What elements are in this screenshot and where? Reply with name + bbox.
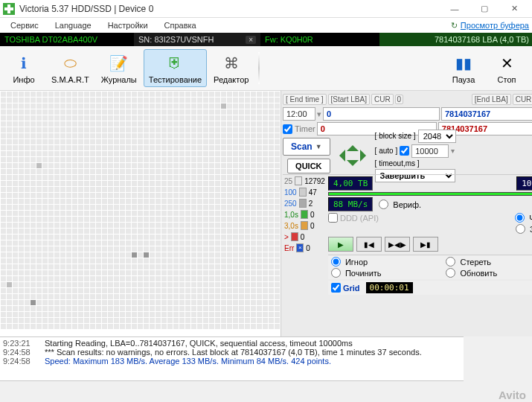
chevron-down-icon: ▼ bbox=[315, 143, 322, 150]
scan-panel: [ End time ] [Start LBA] CUR 0 [End LBA]… bbox=[281, 91, 532, 336]
speed-display: 88 MB/s bbox=[328, 197, 373, 211]
device-info-strip: TOSHIBA DT02ABA400V SN: 83I2S7UVSNFH× Fw… bbox=[0, 33, 532, 46]
quick-button[interactable]: QUICK bbox=[287, 159, 330, 173]
end-lba-header: [End LBA] bbox=[472, 94, 511, 105]
read-radio[interactable]: Чтение bbox=[515, 213, 532, 223]
titlebar: Victoria 5.37 HDD/SSD | Device 0 — ▢ ✕ bbox=[0, 0, 532, 18]
timeout-label: [ timeout,ms ] bbox=[375, 159, 420, 168]
close-button[interactable]: ✕ bbox=[499, 0, 529, 18]
device-model: TOSHIBA DT02ABA400V bbox=[0, 33, 134, 46]
log-line: 9:23:21Starting Reading, LBA=0..78140371… bbox=[3, 339, 461, 348]
start-lba-header: [Start LBA] bbox=[328, 94, 370, 105]
nav-pad[interactable] bbox=[333, 139, 372, 172]
end-lba-input[interactable] bbox=[441, 107, 532, 121]
stop-icon: ✕ bbox=[496, 53, 517, 74]
editor-icon: ⌘ bbox=[221, 53, 242, 74]
smart-icon: ⬭ bbox=[60, 53, 80, 74]
tab-smart[interactable]: ⬭ S.M.A.R.T bbox=[46, 49, 94, 87]
nav-up-icon[interactable] bbox=[347, 139, 359, 151]
scan-button[interactable]: Scan ▼ bbox=[283, 138, 330, 156]
app-icon bbox=[3, 3, 15, 15]
tab-testing[interactable]: ⛨ Тестирование bbox=[144, 49, 207, 87]
log-panel: 9:23:21Starting Reading, LBA=0..78140371… bbox=[0, 336, 464, 381]
nav-left-icon[interactable] bbox=[333, 150, 345, 162]
menu-help[interactable]: Справка bbox=[157, 19, 204, 31]
main-toolbar: ℹ Инфо ⬭ S.M.A.R.T 📝 Журналы ⛨ Тестирова… bbox=[0, 46, 532, 91]
refresh-icon: ↻ bbox=[451, 21, 458, 31]
erase-radio[interactable]: Стереть bbox=[446, 257, 532, 267]
tab-editor[interactable]: ⌘ Редактор bbox=[208, 49, 254, 87]
watermark: Avito bbox=[499, 389, 526, 401]
auto-label: [ auto ] bbox=[375, 147, 398, 155]
nav-down-icon[interactable] bbox=[347, 160, 359, 172]
tab-info[interactable]: ℹ Инфо bbox=[3, 49, 45, 87]
surface-map bbox=[0, 91, 281, 336]
end-time-input[interactable] bbox=[283, 107, 315, 121]
view-buffer-link[interactable]: Просмотр буфера bbox=[461, 21, 529, 30]
refresh-radio[interactable]: Обновить bbox=[446, 268, 532, 278]
grid-checkbox[interactable]: Grid bbox=[331, 283, 360, 293]
ignore-radio[interactable]: Игнор bbox=[331, 257, 439, 267]
pause-icon: ▮▮ bbox=[453, 53, 474, 74]
device-firmware: Fw: KQ0H0R bbox=[260, 33, 379, 46]
elapsed-timer: 00:00:01 bbox=[366, 282, 413, 293]
ddd-checkbox[interactable]: DDD (API) bbox=[328, 213, 379, 223]
minimize-button[interactable]: — bbox=[440, 0, 469, 18]
stop-button[interactable]: ✕ Стоп bbox=[486, 49, 528, 87]
size-display: 4,00 TB bbox=[328, 176, 373, 191]
repair-radio[interactable]: Починить bbox=[331, 268, 439, 278]
window-title: Victoria 5.37 HDD/SSD | Device 0 bbox=[19, 4, 440, 14]
blocksize-select[interactable]: 2048 bbox=[418, 130, 456, 143]
menu-service[interactable]: Сервис bbox=[3, 19, 46, 31]
device-serial: SN: 83I2S7UVSNFH× bbox=[134, 33, 260, 46]
info-icon: ℹ bbox=[13, 53, 34, 74]
auto-value-input[interactable] bbox=[411, 144, 449, 158]
log-line: 9:24:58Speed: Maximum 183 MB/s. Average … bbox=[3, 357, 461, 366]
test-icon: ⛨ bbox=[164, 53, 185, 74]
progress-bar bbox=[328, 192, 532, 196]
blocksize-label: [ block size ] bbox=[375, 132, 416, 140]
cur-badge-2[interactable]: CUR bbox=[513, 94, 532, 105]
nav-right-icon[interactable] bbox=[360, 150, 372, 162]
timer-checkbox[interactable]: Timer bbox=[283, 124, 315, 134]
start-lba-input[interactable] bbox=[323, 107, 440, 121]
menubar: Сервис Language Настройки Справка ↻ Прос… bbox=[0, 18, 532, 33]
maximize-button[interactable]: ▢ bbox=[469, 0, 499, 18]
end-time-header: [ End time ] bbox=[283, 94, 327, 105]
close-sn-icon[interactable]: × bbox=[246, 36, 256, 44]
journal-icon: 📝 bbox=[109, 53, 129, 74]
cur-badge[interactable]: CUR bbox=[371, 94, 394, 105]
pause-button[interactable]: ▮▮ Пауза bbox=[443, 49, 484, 87]
forward-button[interactable]: ▶▮ bbox=[413, 237, 438, 252]
write-radio[interactable]: Запись bbox=[516, 224, 532, 234]
step-button[interactable]: ▶◀▶ bbox=[385, 237, 410, 252]
menu-settings[interactable]: Настройки bbox=[100, 19, 156, 31]
device-lba: 7814037168 LBA (4,0 TB) bbox=[379, 33, 532, 46]
rewind-button[interactable]: ▮◀ bbox=[356, 237, 382, 252]
menu-language[interactable]: Language bbox=[48, 19, 99, 31]
play-button[interactable]: ▶ bbox=[328, 237, 353, 252]
tab-journals[interactable]: 📝 Журналы bbox=[96, 49, 142, 87]
log-line: 9:24:58*** Scan results: no warnings, no… bbox=[3, 348, 461, 357]
auto-checkbox[interactable] bbox=[400, 146, 409, 156]
block-legend: 2512792 10047 2502 1,0s0 3,0s0 >0 Err×0 bbox=[284, 176, 325, 295]
percent-display: 100 % bbox=[516, 176, 532, 191]
verify-radio[interactable]: Вериф. bbox=[379, 200, 421, 209]
play-icon: ▶ bbox=[338, 240, 344, 249]
